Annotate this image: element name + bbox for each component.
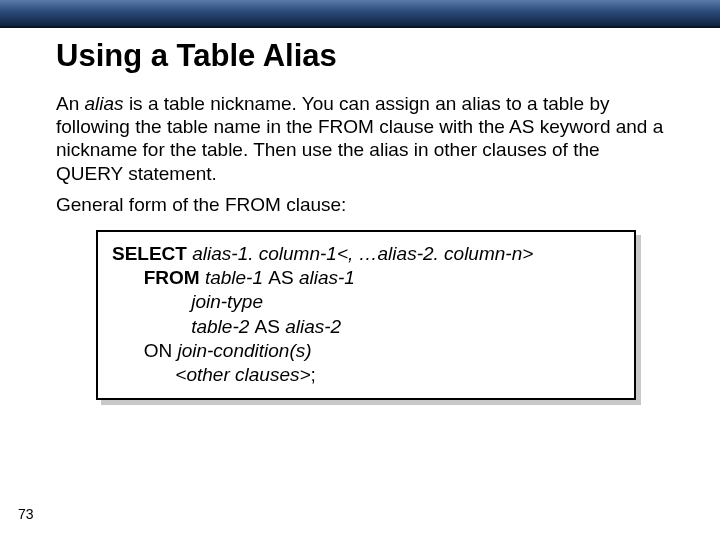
code-l2-b: alias-1 <box>294 267 355 288</box>
code-l6-semi: ; <box>311 364 316 385</box>
code-line-4: table-2 AS alias-2 <box>112 315 620 339</box>
p1-post: is a table nickname. You can assign an a… <box>56 93 663 184</box>
code-line-5: ON join-condition(s) <box>112 339 620 363</box>
kw-select: SELECT <box>112 243 187 264</box>
code-line-3: join-type <box>112 290 620 314</box>
code-l4-b: alias-2 <box>280 316 341 337</box>
code-l5: join-condition(s) <box>172 340 311 361</box>
slide-body: Using a Table Alias An alias is a table … <box>0 28 720 400</box>
slide-title: Using a Table Alias <box>56 38 664 74</box>
code-line-1: SELECT alias-1. column-1<, …alias-2. col… <box>112 242 620 266</box>
p1-alias-term: alias <box>85 93 124 114</box>
kw-as-1: AS <box>268 267 293 288</box>
page-number: 73 <box>18 506 34 522</box>
kw-as-2: AS <box>255 316 280 337</box>
header-band <box>0 0 720 28</box>
paragraph-2: General form of the FROM clause: <box>56 193 664 216</box>
code-box: SELECT alias-1. column-1<, …alias-2. col… <box>96 230 636 400</box>
code-l1-rest: alias-1. column-1<, …alias-2. column-n> <box>187 243 533 264</box>
p1-pre: An <box>56 93 85 114</box>
code-line-6: <other clauses>; <box>112 363 620 387</box>
code-l6: <other clauses> <box>175 364 310 385</box>
paragraph-1: An alias is a table nickname. You can as… <box>56 92 664 185</box>
code-l4-a: table-2 <box>191 316 254 337</box>
code-l3: join-type <box>191 291 263 312</box>
kw-on: ON <box>144 340 173 361</box>
code-block-container: SELECT alias-1. column-1<, …alias-2. col… <box>96 230 636 400</box>
code-l2-a: table-1 <box>200 267 269 288</box>
code-line-2: FROM table-1 AS alias-1 <box>112 266 620 290</box>
kw-from: FROM <box>144 267 200 288</box>
